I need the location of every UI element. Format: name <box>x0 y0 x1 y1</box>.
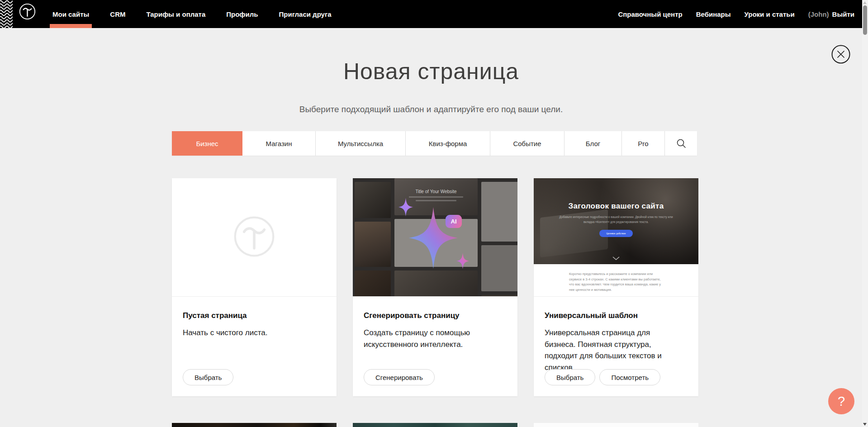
nav-item-lessons[interactable]: Уроки и статьи <box>745 10 795 18</box>
tilda-logo-icon[interactable] <box>19 3 36 20</box>
logout-link[interactable]: (John) Выйти <box>808 10 854 18</box>
generate-button[interactable]: Сгенерировать <box>364 369 435 385</box>
scrollbar-thumb[interactable] <box>863 5 867 35</box>
nav-item-label: Уроки и статьи <box>745 10 795 18</box>
card-description: Начать с чистого листа. <box>183 327 321 339</box>
template-about-section: Коротко представьтесь и расскажите о ком… <box>534 264 698 296</box>
nav-item-label: CRM <box>110 10 125 18</box>
template-card-partial-1[interactable] <box>172 423 337 427</box>
blank-template-preview[interactable] <box>172 178 337 296</box>
nav-item-webinars[interactable]: Вебинары <box>696 10 731 18</box>
template-hero: Заголовок вашего сайта Добавьте интересн… <box>534 178 698 264</box>
choose-button[interactable]: Выбрать <box>545 369 595 385</box>
template-category-tabs: Бизнес Магазин Мультиссылка Квиз-форма С… <box>172 131 697 156</box>
template-site-title: Заголовок вашего сайта <box>534 202 698 211</box>
secondary-menu: Справочный центр Вебинары Уроки и статьи… <box>618 0 854 28</box>
tab-pro[interactable]: Pro <box>622 131 665 156</box>
top-nav-bar: Мои сайты CRM Тарифы и оплата Профиль Пр… <box>0 0 868 28</box>
main-menu: Мои сайты CRM Тарифы и оплата Профиль Пр… <box>50 0 334 28</box>
zigzag-pattern-icon <box>0 0 13 28</box>
template-card-ai-generate: Title of Your Website <box>353 178 517 396</box>
card-title: Универсальный шаблон <box>545 311 688 320</box>
nav-item-my-sites[interactable]: Мои сайты <box>50 0 92 28</box>
nav-item-invite-friend[interactable]: Пригласи друга <box>276 0 334 28</box>
ai-template-preview[interactable]: Title of Your Website <box>353 178 517 296</box>
chevron-down-icon <box>612 256 620 260</box>
search-icon <box>676 138 686 148</box>
nav-item-label: Тарифы и оплата <box>146 10 205 18</box>
template-site-lead: Добавьте интересные подробности о вашей … <box>559 215 673 224</box>
question-mark-icon: ? <box>838 394 845 409</box>
template-card-partial-3[interactable] <box>534 423 698 427</box>
nav-item-profile[interactable]: Профиль <box>223 0 261 28</box>
page-title: Новая страница <box>0 58 862 85</box>
scrollbar-up-arrow-icon[interactable] <box>863 1 867 4</box>
tilda-watermark-icon <box>233 215 275 258</box>
page-scrollbar <box>862 0 868 427</box>
universal-template-preview[interactable]: Заголовок вашего сайта Добавьте интересн… <box>534 178 698 296</box>
nav-item-tariffs[interactable]: Тарифы и оплата <box>143 0 208 28</box>
scrollbar-down-arrow-icon[interactable] <box>863 423 867 426</box>
preview-button[interactable]: Посмотреть <box>599 369 660 385</box>
nav-item-crm[interactable]: CRM <box>107 0 128 28</box>
user-name: (John) <box>808 10 829 18</box>
template-cta-button: Целевое действие <box>599 230 633 237</box>
page-subtitle: Выберите подходящий шаблон и адаптируйте… <box>0 104 862 114</box>
choose-button[interactable]: Выбрать <box>183 369 233 385</box>
template-about-text: Коротко представьтесь и расскажите о ком… <box>569 271 663 293</box>
nav-item-label: Справочный центр <box>618 10 682 18</box>
card-description: Создать страницу с помощью искусственног… <box>364 327 502 350</box>
tab-search[interactable] <box>665 131 697 156</box>
card-title: Сгенерировать страницу <box>364 311 507 320</box>
nav-item-help-center[interactable]: Справочный центр <box>618 10 682 18</box>
ai-sparkles-icon <box>353 178 517 296</box>
template-card-partial-2[interactable] <box>353 423 517 427</box>
tab-business[interactable]: Бизнес <box>172 131 242 156</box>
tab-quiz-form[interactable]: Квиз-форма <box>406 131 490 156</box>
tab-multilink[interactable]: Мультиссылка <box>316 131 406 156</box>
nav-item-label: Профиль <box>226 10 258 18</box>
nav-item-label: Мои сайты <box>52 10 89 18</box>
active-underline <box>50 24 92 28</box>
template-card-universal: Заголовок вашего сайта Добавьте интересн… <box>534 178 698 396</box>
template-card-blank: Пустая страница Начать с чистого листа. … <box>172 178 337 396</box>
nav-item-label: Пригласи друга <box>279 10 331 18</box>
logout-label: Выйти <box>832 10 854 18</box>
ai-badge: AI <box>446 215 462 228</box>
tab-blog[interactable]: Блог <box>564 131 622 156</box>
card-description: Универсальная страница для бизнеса. Поня… <box>545 327 683 373</box>
tab-event[interactable]: Событие <box>490 131 564 156</box>
help-button[interactable]: ? <box>828 388 854 414</box>
card-title: Пустая страница <box>183 311 326 320</box>
tab-shop[interactable]: Магазин <box>242 131 316 156</box>
nav-item-label: Вебинары <box>696 10 731 18</box>
